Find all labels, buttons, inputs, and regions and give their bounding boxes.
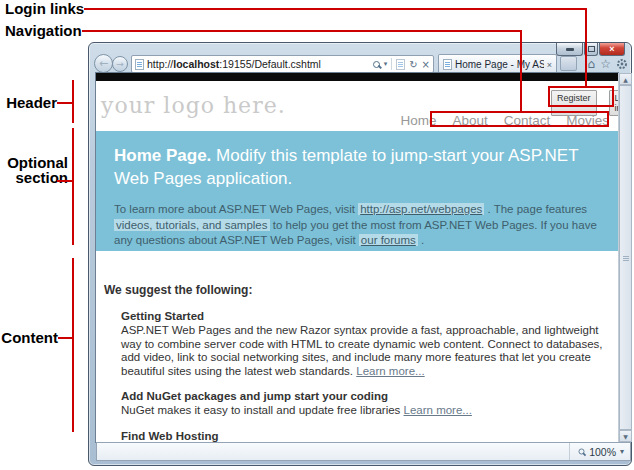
annotation-login-links-hline: [84, 8, 587, 10]
search-dropdown-icon[interactable]: ▾: [384, 60, 388, 68]
learn-more-link[interactable]: Learn more...: [404, 404, 472, 416]
tools-gear-icon[interactable]: [616, 58, 628, 70]
divider: [391, 58, 392, 70]
scrollbar-grip: [623, 256, 629, 257]
minimize-icon: [566, 48, 574, 51]
annotation-header-label: Header: [0, 95, 57, 110]
maximize-icon: [588, 46, 595, 52]
search-icon[interactable]: [373, 61, 380, 68]
tab-close-icon[interactable]: ×: [547, 60, 552, 70]
annotation-content-connector: [58, 337, 73, 339]
tab-page-icon: [443, 59, 452, 70]
zoom-level: 100%: [589, 446, 616, 458]
compatibility-view-icon[interactable]: [396, 59, 405, 70]
annotation-login-links-label: Login links: [5, 1, 84, 16]
highlight-text: videos, tutorials, and samples: [114, 219, 270, 231]
url-text[interactable]: http://localhost:19155/Default.cshtml: [147, 58, 373, 70]
page-icon: [135, 59, 144, 70]
annotation-content-bracket: [72, 258, 74, 432]
scrollbar-thumb[interactable]: [619, 85, 632, 430]
hero-paragraph: To learn more about ASP.NET Web Pages, v…: [114, 202, 611, 249]
browser-tab[interactable]: Home Page - My ASP.NET ... ×: [438, 54, 557, 74]
annotation-optional-connector: [57, 180, 73, 182]
home-icon[interactable]: ⌂: [588, 57, 596, 71]
close-icon: ×: [609, 44, 614, 54]
annotation-login-links-box: [548, 86, 614, 107]
annotation-optional-bracket: [72, 128, 74, 245]
tab-title: Home Page - My ASP.NET ...: [455, 59, 544, 70]
page-viewport: your logo here. Register Log in Home Abo…: [96, 73, 618, 442]
refresh-icon[interactable]: ↻: [409, 59, 417, 70]
item-body: NuGet makes it easy to install and updat…: [121, 404, 616, 418]
annotation-navigation-hline: [82, 30, 522, 32]
back-icon: ←: [99, 57, 108, 70]
webpages-link[interactable]: http://asp.net/webpages: [358, 203, 484, 215]
address-bar[interactable]: http://localhost:19155/Default.cshtml ▾ …: [131, 55, 434, 73]
hero-title: Home Page. Modify this template to jump-…: [114, 144, 594, 190]
stop-icon[interactable]: ×: [422, 59, 430, 70]
hero-title-bold: Home Page.: [114, 146, 211, 165]
figure-canvas: × ← → http://localhost:19155/Default.csh…: [0, 0, 634, 470]
annotation-content-label: Content: [0, 330, 58, 345]
site-logo-text: your logo here.: [101, 93, 286, 118]
zoom-magnifier-icon: [579, 449, 585, 455]
item-heading: Find Web Hosting: [121, 430, 616, 443]
annotation-navigation-vline: [520, 30, 522, 111]
zoom-dropdown-icon[interactable]: ▾: [620, 447, 624, 456]
content-section: We suggest the following: Getting Starte…: [96, 251, 618, 442]
favorites-star-icon[interactable]: ☆: [600, 57, 611, 71]
annotation-optional-line1: Optional: [0, 155, 68, 170]
top-black-bar: [96, 73, 618, 81]
annotation-header-connector: [57, 102, 73, 104]
minimize-button[interactable]: [556, 43, 583, 56]
status-bar: 100% ▾: [96, 442, 631, 461]
item-heading: Getting Started: [121, 310, 616, 323]
annotation-optional-line2: section: [0, 170, 68, 185]
zoom-control[interactable]: 100% ▾: [569, 443, 624, 460]
forward-button[interactable]: →: [112, 56, 128, 72]
new-tab-button[interactable]: [560, 56, 577, 71]
item-heading: Add NuGet packages and jump start your c…: [121, 390, 616, 403]
back-button[interactable]: ←: [94, 54, 113, 73]
browser-toolbar: ⌂ ☆: [588, 57, 628, 71]
suggest-heading: We suggest the following:: [104, 283, 610, 297]
scroll-up-icon[interactable]: ▲: [619, 73, 632, 85]
learn-more-link[interactable]: Learn more...: [356, 365, 424, 377]
scroll-down-icon[interactable]: ▼: [619, 430, 632, 442]
close-button[interactable]: ×: [599, 43, 625, 56]
content-item-hosting: Find Web Hosting You can easily find a w…: [121, 430, 616, 443]
annotation-header-bracket: [72, 80, 74, 123]
annotation-navigation-box: [430, 111, 609, 127]
content-item-nuget: Add NuGet packages and jump start your c…: [121, 390, 616, 418]
item-body: ASP.NET Web Pages and the new Razor synt…: [121, 324, 616, 378]
vertical-scrollbar[interactable]: ▲ ▼: [618, 73, 631, 442]
window-controls: ×: [555, 43, 625, 56]
annotation-navigation-label: Navigation: [5, 23, 82, 38]
content-item-getting-started: Getting Started ASP.NET Web Pages and th…: [121, 310, 616, 378]
annotation-login-links-vline: [585, 8, 587, 86]
forums-link[interactable]: our forums: [359, 234, 418, 246]
featured-section: Home Page. Modify this template to jump-…: [96, 131, 618, 251]
forward-icon: →: [116, 59, 124, 69]
